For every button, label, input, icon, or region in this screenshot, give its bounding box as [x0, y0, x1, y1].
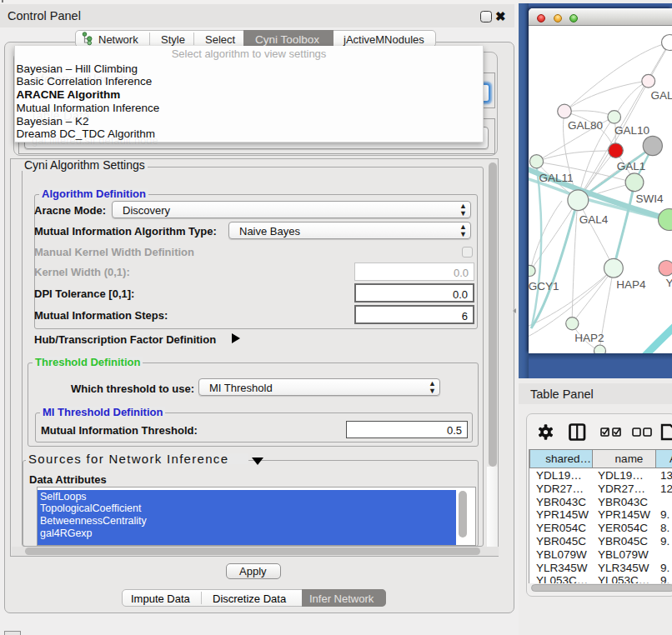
svg-text:Y: Y: [665, 277, 672, 289]
svg-text:GAL4: GAL4: [579, 213, 609, 226]
svg-text:GAL11: GAL11: [539, 172, 573, 184]
svg-text:GCY1: GCY1: [529, 280, 559, 292]
svg-text:GAL: GAL: [650, 89, 672, 102]
svg-text:GAL80: GAL80: [568, 119, 603, 132]
svg-text:SWI4: SWI4: [635, 192, 663, 205]
svg-text:GAL1: GAL1: [617, 160, 646, 172]
svg-text:HAP2: HAP2: [574, 332, 604, 344]
svg-text:GAL10: GAL10: [614, 124, 649, 137]
svg-text:HAP4: HAP4: [616, 278, 646, 291]
